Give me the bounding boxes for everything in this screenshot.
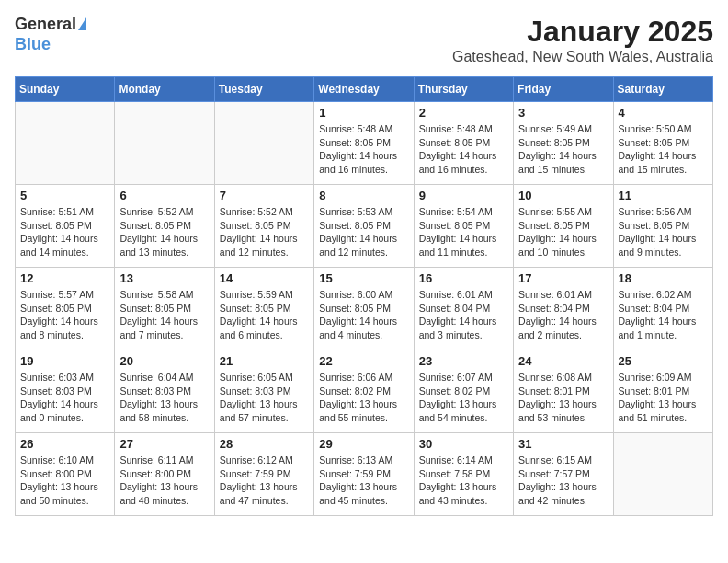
calendar-day-cell: 20Sunrise: 6:04 AM Sunset: 8:03 PM Dayli… <box>115 350 214 433</box>
calendar-day-cell: 16Sunrise: 6:01 AM Sunset: 8:04 PM Dayli… <box>414 268 513 350</box>
day-number: 29 <box>319 437 408 451</box>
day-number: 19 <box>20 354 109 368</box>
day-number: 12 <box>20 271 109 285</box>
calendar-day-cell: 8Sunrise: 5:53 AM Sunset: 8:05 PM Daylig… <box>314 185 414 268</box>
day-info: Sunrise: 5:54 AM Sunset: 8:05 PM Dayligh… <box>419 205 508 259</box>
day-header: Wednesday <box>314 77 414 102</box>
day-header: Saturday <box>613 77 712 102</box>
day-info: Sunrise: 5:53 AM Sunset: 8:05 PM Dayligh… <box>319 205 408 259</box>
day-number: 24 <box>518 354 608 368</box>
calendar-day-cell: 17Sunrise: 6:01 AM Sunset: 8:04 PM Dayli… <box>514 268 613 350</box>
day-number: 13 <box>119 271 209 285</box>
day-info: Sunrise: 5:51 AM Sunset: 8:05 PM Dayligh… <box>20 205 109 259</box>
calendar-day-cell: 12Sunrise: 5:57 AM Sunset: 8:05 PM Dayli… <box>16 268 115 350</box>
day-number: 5 <box>20 189 109 202</box>
calendar-day-cell <box>214 102 313 185</box>
page-header: General Blue January 2025 Gateshead, New… <box>15 15 713 65</box>
day-number: 14 <box>220 271 309 285</box>
day-number: 27 <box>119 437 209 451</box>
calendar-day-cell: 13Sunrise: 5:58 AM Sunset: 8:05 PM Dayli… <box>115 268 214 350</box>
calendar-title: January 2025 <box>452 15 713 49</box>
day-number: 25 <box>619 354 708 368</box>
day-number: 11 <box>619 189 708 202</box>
day-info: Sunrise: 6:04 AM Sunset: 8:03 PM Dayligh… <box>119 371 209 425</box>
day-number: 8 <box>319 189 408 202</box>
calendar-day-cell: 11Sunrise: 5:56 AM Sunset: 8:05 PM Dayli… <box>613 185 712 268</box>
logo-triangle-icon <box>78 17 86 30</box>
day-info: Sunrise: 6:08 AM Sunset: 8:01 PM Dayligh… <box>518 371 608 425</box>
calendar-day-cell: 21Sunrise: 6:05 AM Sunset: 8:03 PM Dayli… <box>214 350 313 433</box>
day-header: Friday <box>514 77 613 102</box>
calendar-day-cell: 29Sunrise: 6:13 AM Sunset: 7:59 PM Dayli… <box>314 433 414 516</box>
day-info: Sunrise: 5:57 AM Sunset: 8:05 PM Dayligh… <box>20 288 109 342</box>
day-number: 10 <box>518 189 608 202</box>
calendar-day-cell: 25Sunrise: 6:09 AM Sunset: 8:01 PM Dayli… <box>613 350 712 433</box>
calendar-day-cell: 27Sunrise: 6:11 AM Sunset: 8:00 PM Dayli… <box>115 433 214 516</box>
day-number: 4 <box>619 106 708 120</box>
calendar-week-row: 5Sunrise: 5:51 AM Sunset: 8:05 PM Daylig… <box>16 185 713 268</box>
calendar-day-cell: 9Sunrise: 5:54 AM Sunset: 8:05 PM Daylig… <box>414 185 513 268</box>
calendar-week-row: 19Sunrise: 6:03 AM Sunset: 8:03 PM Dayli… <box>16 350 713 433</box>
calendar-day-cell: 15Sunrise: 6:00 AM Sunset: 8:05 PM Dayli… <box>314 268 414 350</box>
day-number: 22 <box>319 354 408 368</box>
calendar-header-row: SundayMondayTuesdayWednesdayThursdayFrid… <box>16 77 713 102</box>
day-info: Sunrise: 6:10 AM Sunset: 8:00 PM Dayligh… <box>20 454 109 508</box>
day-info: Sunrise: 5:48 AM Sunset: 8:05 PM Dayligh… <box>419 122 508 177</box>
day-number: 9 <box>419 189 508 202</box>
day-number: 21 <box>220 354 309 368</box>
day-number: 16 <box>419 271 508 285</box>
calendar-day-cell: 24Sunrise: 6:08 AM Sunset: 8:01 PM Dayli… <box>514 350 613 433</box>
day-info: Sunrise: 6:00 AM Sunset: 8:05 PM Dayligh… <box>319 288 408 342</box>
day-number: 3 <box>518 106 608 120</box>
day-number: 31 <box>518 437 608 451</box>
calendar-subtitle: Gateshead, New South Wales, Australia <box>452 49 713 65</box>
day-number: 23 <box>419 354 508 368</box>
day-info: Sunrise: 5:59 AM Sunset: 8:05 PM Dayligh… <box>220 288 309 342</box>
day-number: 1 <box>319 106 408 120</box>
calendar-day-cell: 3Sunrise: 5:49 AM Sunset: 8:05 PM Daylig… <box>514 102 613 185</box>
calendar-day-cell: 10Sunrise: 5:55 AM Sunset: 8:05 PM Dayli… <box>514 185 613 268</box>
calendar-table: SundayMondayTuesdayWednesdayThursdayFrid… <box>15 76 713 516</box>
calendar-day-cell <box>16 102 115 185</box>
title-block: January 2025 Gateshead, New South Wales,… <box>452 15 713 65</box>
day-info: Sunrise: 5:49 AM Sunset: 8:05 PM Dayligh… <box>518 122 608 177</box>
day-info: Sunrise: 6:09 AM Sunset: 8:01 PM Dayligh… <box>619 371 708 425</box>
day-info: Sunrise: 6:14 AM Sunset: 7:58 PM Dayligh… <box>419 454 508 508</box>
day-header: Sunday <box>16 77 115 102</box>
day-number: 30 <box>419 437 508 451</box>
calendar-day-cell: 6Sunrise: 5:52 AM Sunset: 8:05 PM Daylig… <box>115 185 214 268</box>
day-info: Sunrise: 5:58 AM Sunset: 8:05 PM Dayligh… <box>119 288 209 342</box>
day-info: Sunrise: 6:13 AM Sunset: 7:59 PM Dayligh… <box>319 454 408 508</box>
logo-general-text: General <box>15 15 76 33</box>
calendar-day-cell: 7Sunrise: 5:52 AM Sunset: 8:05 PM Daylig… <box>214 185 313 268</box>
calendar-week-row: 26Sunrise: 6:10 AM Sunset: 8:00 PM Dayli… <box>16 433 713 516</box>
calendar-day-cell: 19Sunrise: 6:03 AM Sunset: 8:03 PM Dayli… <box>16 350 115 433</box>
day-header: Monday <box>115 77 214 102</box>
day-info: Sunrise: 6:01 AM Sunset: 8:04 PM Dayligh… <box>518 288 608 342</box>
day-info: Sunrise: 6:07 AM Sunset: 8:02 PM Dayligh… <box>419 371 508 425</box>
calendar-week-row: 12Sunrise: 5:57 AM Sunset: 8:05 PM Dayli… <box>16 268 713 350</box>
logo-blue-text: Blue <box>15 35 51 53</box>
day-number: 15 <box>319 271 408 285</box>
calendar-day-cell <box>613 433 712 516</box>
day-number: 18 <box>619 271 708 285</box>
day-header: Thursday <box>414 77 513 102</box>
calendar-day-cell: 14Sunrise: 5:59 AM Sunset: 8:05 PM Dayli… <box>214 268 313 350</box>
day-info: Sunrise: 5:48 AM Sunset: 8:05 PM Dayligh… <box>319 122 408 177</box>
day-header: Tuesday <box>214 77 313 102</box>
day-number: 17 <box>518 271 608 285</box>
calendar-day-cell: 18Sunrise: 6:02 AM Sunset: 8:04 PM Dayli… <box>613 268 712 350</box>
day-info: Sunrise: 6:03 AM Sunset: 8:03 PM Dayligh… <box>20 371 109 425</box>
day-info: Sunrise: 5:55 AM Sunset: 8:05 PM Dayligh… <box>518 205 608 259</box>
day-number: 6 <box>119 189 209 202</box>
day-info: Sunrise: 5:50 AM Sunset: 8:05 PM Dayligh… <box>619 122 708 177</box>
calendar-day-cell <box>115 102 214 185</box>
day-info: Sunrise: 5:56 AM Sunset: 8:05 PM Dayligh… <box>619 205 708 259</box>
calendar-day-cell: 30Sunrise: 6:14 AM Sunset: 7:58 PM Dayli… <box>414 433 513 516</box>
calendar-day-cell: 4Sunrise: 5:50 AM Sunset: 8:05 PM Daylig… <box>613 102 712 185</box>
day-info: Sunrise: 6:11 AM Sunset: 8:00 PM Dayligh… <box>119 454 209 508</box>
day-number: 2 <box>419 106 508 120</box>
day-info: Sunrise: 6:12 AM Sunset: 7:59 PM Dayligh… <box>220 454 309 508</box>
calendar-week-row: 1Sunrise: 5:48 AM Sunset: 8:05 PM Daylig… <box>16 102 713 185</box>
day-info: Sunrise: 6:06 AM Sunset: 8:02 PM Dayligh… <box>319 371 408 425</box>
